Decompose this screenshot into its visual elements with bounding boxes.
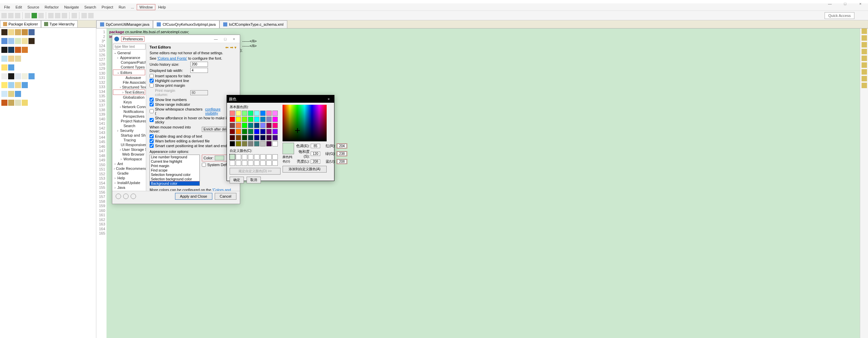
blue-input[interactable] — [337, 159, 347, 164]
basic-color-swatch[interactable] — [266, 123, 272, 128]
basic-color-swatch[interactable] — [254, 117, 259, 122]
tree-node[interactable]: Tracing — [113, 138, 145, 142]
chk-whitespace[interactable] — [150, 109, 154, 113]
menu-...[interactable]: ... — [128, 4, 137, 10]
basic-color-swatch[interactable] — [230, 141, 235, 146]
add-custom-color-button[interactable]: 添加到自定义颜色(A) — [283, 166, 327, 173]
basic-color-swatch[interactable] — [242, 117, 247, 122]
custom-swatch[interactable] — [272, 154, 278, 160]
basic-color-swatch[interactable] — [242, 111, 247, 116]
preferences-tree[interactable]: ⌄General›AppearanceCompare/PatchContent … — [112, 43, 146, 191]
win-min[interactable]: — — [822, 0, 837, 7]
coverage-icon[interactable] — [38, 13, 44, 18]
editor-tab[interactable]: CfCusvQryKehuxxSvtpImpl.java — [153, 20, 219, 28]
marker-icon[interactable] — [862, 69, 867, 75]
basic-color-swatch[interactable] — [260, 117, 266, 122]
basic-color-swatch[interactable] — [242, 129, 247, 134]
marker-icon[interactable] — [862, 83, 867, 88]
import-icon[interactable] — [123, 194, 129, 199]
basic-color-swatch[interactable] — [248, 129, 253, 134]
tree-node[interactable]: ›Security — [113, 128, 145, 133]
tree-node[interactable]: Autosave — [113, 75, 145, 80]
custom-swatch[interactable] — [248, 160, 253, 166]
marker-icon[interactable] — [862, 28, 867, 34]
basic-color-swatch[interactable] — [272, 135, 278, 140]
basic-color-swatch[interactable] — [248, 117, 253, 122]
basic-color-swatch[interactable] — [266, 141, 272, 146]
custom-colors-grid[interactable] — [230, 154, 281, 166]
menu-source[interactable]: Source — [25, 4, 42, 10]
view-tab-type-hierarchy[interactable]: Type Hierarchy — [41, 20, 78, 27]
apply-close-button[interactable]: Apply and Close — [175, 193, 212, 200]
basic-color-swatch[interactable] — [236, 111, 241, 116]
editor-tab[interactable]: IoCfComplexType.c_schema.xml — [219, 20, 287, 28]
win-max[interactable]: □ — [837, 0, 853, 7]
basic-color-swatch[interactable] — [272, 111, 278, 116]
chk-spaces[interactable] — [150, 74, 154, 78]
export-icon[interactable] — [131, 194, 136, 199]
custom-swatch[interactable] — [254, 160, 259, 166]
spectrum-crosshair[interactable] — [296, 129, 299, 132]
quick-access-input[interactable]: Quick Access — [825, 12, 854, 19]
tree-node[interactable]: Startup and Shutd — [113, 133, 145, 138]
basic-color-swatch[interactable] — [272, 123, 278, 128]
chk-affordance[interactable] — [150, 118, 154, 122]
custom-swatch[interactable] — [272, 160, 278, 166]
tree-node[interactable]: ›Java — [113, 185, 145, 190]
tree-node[interactable]: ›Text Editors — [113, 90, 145, 95]
tree-node[interactable]: Compare/Patch — [113, 60, 145, 65]
color-options-list[interactable]: Line number foregroundCurrent line highl… — [150, 155, 200, 186]
basic-color-swatch[interactable] — [248, 111, 253, 116]
filter-input[interactable] — [113, 44, 146, 49]
basic-color-swatch[interactable] — [236, 117, 241, 122]
tree-node[interactable]: Gradle — [113, 171, 145, 176]
basic-color-swatch[interactable] — [260, 111, 266, 116]
custom-swatch[interactable] — [236, 160, 241, 166]
color-swatch-button[interactable] — [215, 156, 224, 160]
tree-node[interactable]: ›Install/Update — [113, 180, 145, 185]
color-spectrum[interactable] — [283, 105, 327, 141]
custom-swatch[interactable] — [266, 160, 272, 166]
basic-colors-grid[interactable] — [230, 111, 281, 146]
custom-swatch[interactable] — [236, 154, 241, 160]
basic-color-swatch[interactable] — [272, 141, 278, 146]
tabwidth-input[interactable] — [190, 68, 208, 73]
custom-swatch[interactable] — [266, 154, 272, 160]
menu-project[interactable]: Project — [99, 4, 116, 10]
basic-color-swatch[interactable] — [266, 129, 272, 134]
tree-node[interactable]: ›Structured Text — [113, 85, 145, 90]
red-input[interactable] — [337, 144, 347, 148]
tree-node[interactable]: ›Appearance — [113, 55, 145, 60]
tree-node[interactable]: ›Maven — [113, 190, 145, 191]
dialog-close[interactable]: × — [230, 37, 238, 41]
tree-node[interactable]: Search — [113, 123, 145, 128]
color-cancel-button[interactable]: 取消 — [247, 177, 261, 183]
chk-linenums[interactable] — [150, 98, 154, 102]
run-icon[interactable] — [32, 13, 37, 18]
basic-color-swatch[interactable] — [236, 123, 241, 128]
new-package-icon[interactable] — [48, 13, 54, 18]
menu-refactor[interactable]: Refactor — [42, 4, 62, 10]
color-option[interactable]: Find scope — [150, 168, 199, 173]
open-type-icon[interactable] — [62, 13, 67, 18]
basic-color-swatch[interactable] — [236, 135, 241, 140]
menu-window[interactable]: Window — [137, 4, 155, 10]
tree-node[interactable]: ›Workspace — [113, 157, 145, 161]
tree-node[interactable]: ›Ant — [113, 161, 145, 166]
tree-node[interactable]: ⌄General — [113, 50, 145, 55]
new-icon[interactable] — [1, 13, 7, 18]
menu-edit[interactable]: Edit — [13, 4, 25, 10]
tree-node[interactable]: Notifications — [113, 109, 145, 114]
marker-icon[interactable] — [862, 56, 867, 61]
custom-swatch[interactable] — [242, 154, 247, 160]
forward-icon[interactable] — [88, 13, 94, 18]
basic-color-swatch[interactable] — [242, 135, 247, 140]
tree-node[interactable]: Keys — [113, 100, 145, 104]
win-close[interactable]: × — [853, 0, 868, 7]
sat-input[interactable] — [311, 152, 320, 156]
color-option[interactable]: Selection foreground color — [150, 173, 199, 177]
marker-icon[interactable] — [862, 49, 867, 54]
colors-fonts-link[interactable]: 'Colors and Fonts' — [157, 56, 187, 60]
menu-file[interactable]: File — [1, 4, 13, 10]
basic-color-swatch[interactable] — [248, 123, 253, 128]
